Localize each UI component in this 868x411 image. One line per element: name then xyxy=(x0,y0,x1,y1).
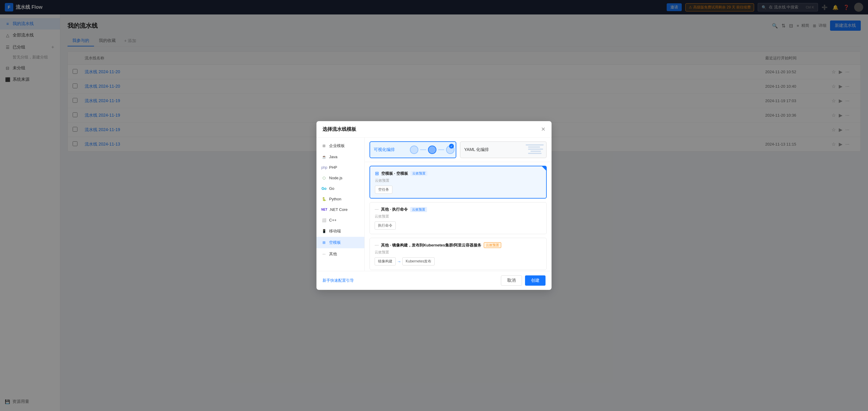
modal-title: 选择流水线模板 xyxy=(322,126,356,133)
java-label: Java xyxy=(329,155,337,159)
template-title-3: 其他 · 镜像构建，发布到Kubernetes集群/阿里云容器服务 xyxy=(381,243,481,248)
modal-sidebar: ⊞ 企业模板 ☕ Java php PHP ⬡ Node.js Go Go xyxy=(316,138,365,271)
yaml-line-4 xyxy=(530,151,541,152)
modal-overlay[interactable]: 选择流水线模板 ✕ ⊞ 企业模板 ☕ Java php PHP ⬡ xyxy=(0,0,868,411)
cpp-label: C++ xyxy=(329,218,337,222)
java-icon: ☕ xyxy=(321,155,327,159)
template-title-2: 其他 · 执行命令 xyxy=(381,207,408,212)
footer-buttons: 取消 创建 xyxy=(501,276,546,286)
template-steps-2: 执行命令 xyxy=(375,221,541,230)
cpp-icon: ⬜ xyxy=(321,218,327,222)
enterprise-label: 企业模板 xyxy=(329,143,345,149)
yaml-type-label: YAML 化编排 xyxy=(464,147,489,153)
visual-dot-1 xyxy=(410,146,418,154)
dotnet-icon: NET xyxy=(321,208,327,211)
modal-sidebar-enterprise[interactable]: ⊞ 企业模板 xyxy=(316,140,364,152)
empty-template-icon: ⊞ xyxy=(321,241,327,245)
yaml-line-2 xyxy=(528,147,540,148)
nodejs-icon: ⬡ xyxy=(321,176,327,180)
template-type-selector: 可视化编排 ✓ YAML 化编排 xyxy=(365,138,552,162)
php-icon: php xyxy=(321,165,327,170)
go-icon: Go xyxy=(321,187,327,191)
template-badge-1: 云效预置 xyxy=(410,171,427,176)
other-label: 其他 xyxy=(329,251,337,257)
modal-sidebar-other[interactable]: ··· 其他 xyxy=(316,248,364,260)
template-card-header-3: ··· 其他 · 镜像构建，发布到Kubernetes集群/阿里云容器服务 云效… xyxy=(375,242,541,248)
visual-check-icon: ✓ xyxy=(449,144,454,149)
modal-footer: 新手快速配置引导 取消 创建 xyxy=(316,271,552,290)
cancel-button[interactable]: 取消 xyxy=(501,276,522,286)
modal-close-button[interactable]: ✕ xyxy=(541,126,546,133)
yaml-lines xyxy=(526,144,544,154)
php-label: PHP xyxy=(329,165,337,170)
python-icon: 🐍 xyxy=(321,197,327,201)
go-label: Go xyxy=(329,186,334,191)
template-list: ⊞ 空模板 · 空模板 云效预置 云效预置 空任务 ··· 其他 xyxy=(365,162,552,271)
other-icon: ··· xyxy=(321,252,327,256)
template-card-empty[interactable]: ⊞ 空模板 · 空模板 云效预置 云效预置 空任务 xyxy=(370,166,547,198)
nodejs-label: Node.js xyxy=(329,176,342,180)
template-card-header-1: ⊞ 空模板 · 空模板 云效预置 xyxy=(375,170,541,176)
modal-sidebar-php[interactable]: php PHP xyxy=(316,162,364,173)
modal-body: ⊞ 企业模板 ☕ Java php PHP ⬡ Node.js Go Go xyxy=(316,138,552,271)
mobile-label: 移动端 xyxy=(329,228,341,234)
template-icon-3: ··· xyxy=(375,243,378,248)
selected-corner xyxy=(542,166,546,170)
yaml-line-5 xyxy=(528,153,541,154)
visual-line-2 xyxy=(438,150,444,150)
modal-header: 选择流水线模板 ✕ xyxy=(316,121,552,138)
step-arrow-3: → xyxy=(397,259,401,264)
template-steps-3: 镜像构建 → Kubernetes发布 xyxy=(375,257,541,265)
step-image-build: 镜像构建 xyxy=(375,257,396,265)
template-card-k8s[interactable]: ··· 其他 · 镜像构建，发布到Kubernetes集群/阿里云容器服务 云效… xyxy=(370,238,547,270)
template-steps-1: 空任务 xyxy=(375,186,541,194)
template-title-1: 空模板 · 空模板 xyxy=(381,171,408,176)
modal-sidebar-empty-template[interactable]: ⊞ 空模板 xyxy=(316,237,364,248)
visual-dot-2 xyxy=(428,146,436,154)
template-card-header-2: ··· 其他 · 执行命令 云效预置 xyxy=(375,207,541,212)
step-exec-command: 执行命令 xyxy=(375,221,396,230)
modal-sidebar-cpp[interactable]: ⬜ C++ xyxy=(316,215,364,225)
template-card-exec[interactable]: ··· 其他 · 执行命令 云效预置 云效预置 执行命令 xyxy=(370,202,547,234)
dotnet-label: .NET Core xyxy=(329,207,347,212)
yaml-line-1 xyxy=(526,144,544,146)
modal-main-content: 可视化编排 ✓ YAML 化编排 xyxy=(365,138,552,271)
template-icon-2: ··· xyxy=(375,207,378,212)
template-subtitle-3: 云效预置 xyxy=(375,250,541,255)
quick-guide-link[interactable]: 新手快速配置引导 xyxy=(322,278,354,283)
yaml-decoration xyxy=(499,142,546,158)
visual-line-1 xyxy=(420,150,426,150)
template-badge-2: 云效预置 xyxy=(410,207,427,212)
modal-sidebar-go[interactable]: Go Go xyxy=(316,183,364,194)
mobile-icon: 📱 xyxy=(321,229,327,233)
template-badge-3: 云效预置 xyxy=(484,242,501,248)
visual-type-label: 可视化编排 xyxy=(374,147,395,153)
modal-sidebar-dotnet[interactable]: NET .NET Core xyxy=(316,204,364,215)
yaml-line-3 xyxy=(528,149,543,150)
modal-sidebar-mobile[interactable]: 📱 移动端 xyxy=(316,225,364,237)
visual-decoration xyxy=(409,142,456,158)
template-subtitle-2: 云效预置 xyxy=(375,214,541,219)
create-button[interactable]: 创建 xyxy=(525,276,546,286)
step-empty-task: 空任务 xyxy=(375,186,393,194)
template-icon-1: ⊞ xyxy=(375,170,379,176)
modal-sidebar-nodejs[interactable]: ⬡ Node.js xyxy=(316,173,364,183)
empty-template-label: 空模板 xyxy=(329,240,341,245)
template-subtitle-1: 云效预置 xyxy=(375,178,541,183)
visual-type-button[interactable]: 可视化编排 ✓ xyxy=(370,141,456,158)
template-modal: 选择流水线模板 ✕ ⊞ 企业模板 ☕ Java php PHP ⬡ xyxy=(316,121,552,290)
step-k8s-deploy: Kubernetes发布 xyxy=(402,257,435,265)
modal-sidebar-python[interactable]: 🐍 Python xyxy=(316,194,364,204)
enterprise-icon: ⊞ xyxy=(321,144,327,148)
yaml-type-button[interactable]: YAML 化编排 xyxy=(460,141,547,158)
python-label: Python xyxy=(329,197,341,201)
modal-sidebar-java[interactable]: ☕ Java xyxy=(316,152,364,162)
